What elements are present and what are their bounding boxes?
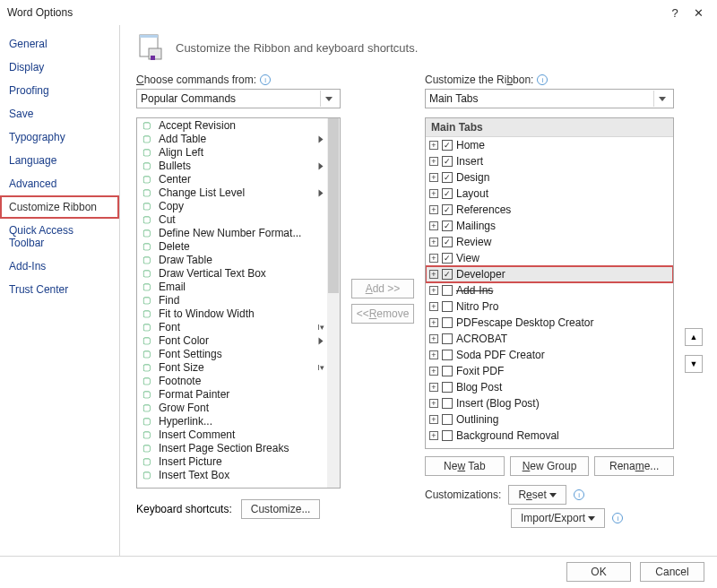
checkbox[interactable] bbox=[442, 382, 453, 393]
move-down-button[interactable]: ▼ bbox=[685, 355, 703, 373]
command-item[interactable]: ▢Copy bbox=[137, 199, 327, 212]
tree-row[interactable]: +✓Home bbox=[426, 137, 673, 153]
expand-icon[interactable]: + bbox=[429, 399, 438, 408]
tree-row[interactable]: +Foxit PDF bbox=[426, 363, 673, 379]
info-icon[interactable]: i bbox=[612, 513, 623, 523]
checkbox[interactable] bbox=[442, 398, 453, 409]
checkbox[interactable] bbox=[442, 430, 453, 441]
checkbox[interactable]: ✓ bbox=[442, 269, 453, 280]
tree-row[interactable]: +✓Design bbox=[426, 169, 673, 186]
expand-icon[interactable]: + bbox=[429, 334, 438, 343]
command-item[interactable]: ▢Accept Revision bbox=[137, 118, 327, 132]
import-export-button[interactable]: Import/Export bbox=[511, 508, 605, 528]
sidebar-item-save[interactable]: Save bbox=[0, 102, 119, 125]
command-item[interactable]: ▢Cut bbox=[137, 212, 327, 226]
tree-row[interactable]: +Soda PDF Creator bbox=[426, 347, 673, 363]
expand-icon[interactable]: + bbox=[429, 286, 438, 295]
command-item[interactable]: ▢Draw Table bbox=[137, 253, 327, 266]
command-item[interactable]: ▢FontI▾ bbox=[137, 320, 327, 333]
checkbox[interactable] bbox=[442, 414, 453, 425]
command-item[interactable]: ▢Bullets bbox=[137, 159, 327, 172]
new-tab-button[interactable]: New Tab bbox=[425, 456, 505, 476]
command-item[interactable]: ▢Fit to Window Width bbox=[137, 307, 327, 320]
expand-icon[interactable]: + bbox=[429, 318, 438, 327]
checkbox[interactable]: ✓ bbox=[442, 220, 453, 231]
checkbox[interactable]: ✓ bbox=[442, 140, 453, 151]
ribbon-tabs-tree[interactable]: Main Tabs +✓Home+✓Insert+✓Design+✓Layout… bbox=[425, 117, 674, 449]
checkbox[interactable]: ✓ bbox=[442, 172, 453, 183]
command-item[interactable]: ▢Font SizeI▾ bbox=[137, 360, 327, 374]
checkbox[interactable]: ✓ bbox=[442, 188, 453, 199]
expand-icon[interactable]: + bbox=[429, 367, 438, 376]
expand-icon[interactable]: + bbox=[429, 270, 438, 279]
tree-row[interactable]: +✓Insert bbox=[426, 153, 673, 169]
tree-row[interactable]: +✓Developer bbox=[426, 266, 673, 282]
tree-row[interactable]: +✓Review bbox=[426, 234, 673, 250]
tree-row[interactable]: +Nitro Pro bbox=[426, 298, 673, 315]
sidebar-item-language[interactable]: Language bbox=[0, 149, 119, 172]
remove-button[interactable]: << Remove bbox=[351, 304, 414, 324]
command-item[interactable]: ▢Insert Page Section Breaks bbox=[137, 441, 327, 454]
keyboard-shortcuts-customize-button[interactable]: Customize... bbox=[241, 499, 321, 519]
rename-button[interactable]: Rename... bbox=[594, 456, 674, 476]
expand-icon[interactable]: + bbox=[429, 383, 438, 392]
expand-icon[interactable]: + bbox=[429, 238, 438, 246]
command-item[interactable]: ▢Email bbox=[137, 280, 327, 293]
tree-row[interactable]: +✓Mailings bbox=[426, 218, 673, 234]
checkbox[interactable] bbox=[442, 285, 453, 296]
expand-icon[interactable]: + bbox=[429, 350, 438, 359]
info-icon[interactable]: i bbox=[537, 74, 548, 85]
tree-row[interactable]: +Blog Post bbox=[426, 379, 673, 395]
command-item[interactable]: ▢Font Settings bbox=[137, 347, 327, 360]
command-item[interactable]: ▢Draw Vertical Text Box bbox=[137, 266, 327, 280]
command-item[interactable]: ▢Define New Number Format... bbox=[137, 226, 327, 239]
expand-icon[interactable]: + bbox=[429, 415, 438, 424]
checkbox[interactable]: ✓ bbox=[442, 156, 453, 167]
checkbox[interactable]: ✓ bbox=[442, 253, 453, 264]
command-item[interactable]: ▢Hyperlink... bbox=[137, 414, 327, 428]
tree-row[interactable]: +✓View bbox=[426, 250, 673, 266]
move-up-button[interactable]: ▲ bbox=[685, 328, 703, 346]
tree-row[interactable]: +Insert (Blog Post) bbox=[426, 395, 673, 411]
expand-icon[interactable]: + bbox=[429, 221, 438, 230]
command-item[interactable]: ▢Insert Text Box bbox=[137, 468, 327, 481]
command-item[interactable]: ▢Align Left bbox=[137, 145, 327, 159]
sidebar-item-advanced[interactable]: Advanced bbox=[0, 172, 119, 195]
info-icon[interactable]: i bbox=[574, 489, 584, 500]
expand-icon[interactable]: + bbox=[429, 141, 438, 150]
help-button[interactable]: ? bbox=[663, 3, 687, 22]
commands-listbox[interactable]: ▢Accept Revision▢Add Table▢Align Left▢Bu… bbox=[136, 117, 341, 489]
sidebar-item-display[interactable]: Display bbox=[0, 56, 119, 79]
cancel-button[interactable]: Cancel bbox=[640, 562, 704, 582]
command-item[interactable]: ▢Grow Font bbox=[137, 401, 327, 414]
command-item[interactable]: ▢Find bbox=[137, 293, 327, 307]
sidebar-item-addins[interactable]: Add-Ins bbox=[0, 255, 119, 278]
command-item[interactable]: ▢Insert Comment bbox=[137, 428, 327, 441]
checkbox[interactable] bbox=[442, 317, 453, 328]
tree-row[interactable]: +Background Removal bbox=[426, 428, 673, 444]
command-item[interactable]: ▢Delete bbox=[137, 239, 327, 253]
command-item[interactable]: ▢Center bbox=[137, 172, 327, 186]
checkbox[interactable] bbox=[442, 301, 453, 312]
customize-ribbon-dropdown[interactable]: Main Tabs bbox=[425, 89, 674, 108]
command-item[interactable]: ▢Format Painter bbox=[137, 387, 327, 401]
checkbox[interactable] bbox=[442, 350, 453, 360]
tree-row[interactable]: +✓References bbox=[426, 202, 673, 218]
checkbox[interactable] bbox=[442, 333, 453, 344]
command-item[interactable]: ▢Insert Picture bbox=[137, 454, 327, 468]
expand-icon[interactable]: + bbox=[429, 157, 438, 166]
sidebar-item-general[interactable]: General bbox=[0, 32, 119, 56]
add-button[interactable]: Add >> bbox=[351, 279, 414, 298]
expand-icon[interactable]: + bbox=[429, 254, 438, 263]
expand-icon[interactable]: + bbox=[429, 302, 438, 311]
scrollbar[interactable] bbox=[327, 118, 340, 488]
sidebar-item-trust-center[interactable]: Trust Center bbox=[0, 278, 119, 301]
expand-icon[interactable]: + bbox=[429, 431, 438, 440]
sidebar-item-typography[interactable]: Typography bbox=[0, 125, 119, 149]
checkbox[interactable] bbox=[442, 366, 453, 376]
choose-commands-dropdown[interactable]: Popular Commands bbox=[136, 89, 341, 108]
close-button[interactable]: ✕ bbox=[687, 3, 710, 22]
expand-icon[interactable]: + bbox=[429, 205, 438, 214]
tree-row[interactable]: +✓Layout bbox=[426, 186, 673, 202]
checkbox[interactable]: ✓ bbox=[442, 204, 453, 215]
